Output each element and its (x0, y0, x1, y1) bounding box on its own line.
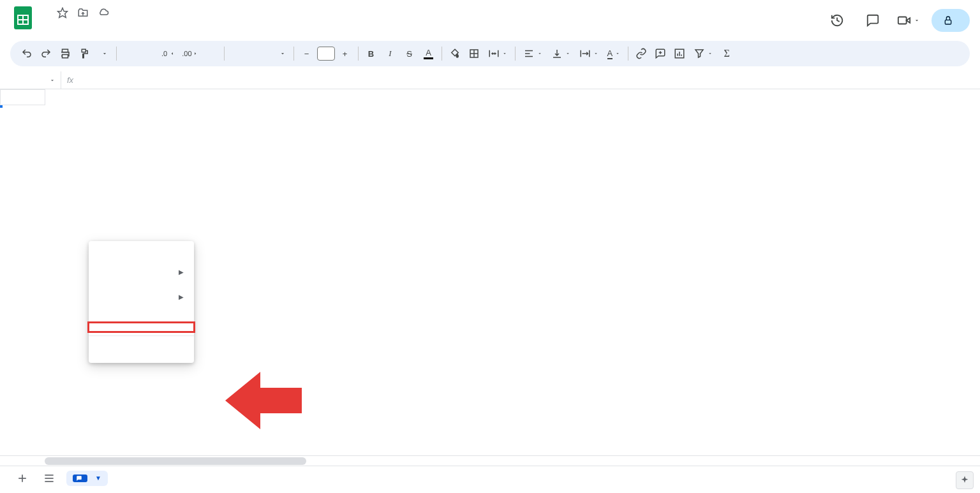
formula-bar: fx (0, 71, 980, 89)
menu-help[interactable] (133, 28, 143, 33)
svg-rect-5 (898, 17, 907, 24)
insert-chart-button[interactable] (671, 45, 688, 63)
filter-button[interactable] (690, 45, 716, 63)
decrease-decimal-button[interactable]: .0 (159, 45, 178, 63)
merge-cells-button[interactable] (484, 45, 511, 63)
star-icon[interactable] (56, 6, 69, 19)
insert-link-button[interactable] (632, 45, 650, 63)
chevron-down-icon (502, 51, 507, 56)
print-button[interactable] (56, 45, 74, 63)
fill-color-button[interactable] (446, 45, 464, 63)
menu-data[interactable] (98, 28, 108, 33)
toolbar: .0 .00 − + B I S A A Σ (10, 41, 970, 66)
menu-tools[interactable] (110, 28, 120, 33)
lock-icon (943, 15, 953, 26)
history-icon[interactable] (824, 8, 850, 33)
horizontal-scrollbar[interactable] (0, 455, 980, 466)
fx-icon: fx (61, 75, 79, 85)
comment-icon (76, 475, 82, 482)
menu-file[interactable] (41, 28, 51, 33)
zoom-dropdown[interactable] (94, 45, 112, 63)
ctx-delete[interactable] (89, 246, 194, 255)
chevron-down-icon (615, 51, 620, 56)
title-area (41, 5, 824, 40)
horizontal-align-button[interactable] (519, 45, 546, 63)
meet-button[interactable] (896, 8, 921, 33)
menu-format[interactable] (87, 28, 97, 33)
ctx-view-comments[interactable] (89, 323, 194, 332)
ctx-move-right[interactable] (89, 340, 194, 349)
app-header (0, 0, 980, 41)
paint-format-button[interactable] (75, 45, 93, 63)
chevron-down-icon (101, 50, 108, 57)
menu-edit[interactable] (52, 28, 63, 33)
bold-button[interactable]: B (362, 45, 380, 63)
move-icon[interactable] (77, 6, 89, 19)
name-box[interactable] (0, 71, 61, 89)
chevron-down-icon[interactable]: ▼ (95, 475, 101, 482)
header-right (824, 5, 970, 33)
functions-button[interactable]: Σ (718, 45, 736, 63)
sheet-tab-context-menu: ▶ ▶ (89, 241, 194, 363)
menu-extensions[interactable] (121, 28, 131, 33)
svg-rect-7 (945, 20, 951, 24)
decrease-font-size-button[interactable]: − (298, 45, 316, 63)
share-button[interactable] (932, 9, 970, 32)
svg-marker-4 (58, 8, 68, 18)
text-rotation-button[interactable]: A (604, 45, 625, 63)
chevron-down-icon (565, 51, 570, 56)
chevron-right-icon: ▶ (179, 293, 184, 300)
ctx-copy-to[interactable]: ▶ (89, 264, 194, 280)
format-currency-button[interactable] (121, 45, 138, 63)
vertical-align-button[interactable] (547, 45, 574, 63)
svg-rect-9 (63, 55, 68, 58)
ctx-protect-sheet[interactable] (89, 305, 194, 314)
redo-button[interactable] (37, 45, 55, 63)
ctx-rename[interactable] (89, 280, 194, 289)
sheet-tab-sheet1[interactable]: ▼ (66, 471, 108, 486)
sheet-tab-bar: ▼ (0, 466, 980, 490)
italic-button[interactable]: I (382, 45, 399, 63)
select-all-corner[interactable] (1, 90, 45, 105)
add-sheet-button[interactable] (13, 469, 32, 488)
horizontal-scrollbar-thumb[interactable] (45, 457, 306, 465)
font-size-input[interactable] (317, 47, 335, 61)
cloud-status-icon[interactable] (97, 6, 110, 19)
increase-font-size-button[interactable]: + (336, 45, 354, 63)
increase-decimal-button[interactable]: .00 (179, 45, 200, 63)
doc-title[interactable] (41, 11, 48, 14)
sheets-logo[interactable] (10, 5, 36, 31)
chevron-down-icon (914, 17, 920, 24)
chevron-down-icon (279, 50, 286, 57)
ctx-hide-sheet[interactable] (89, 314, 194, 323)
undo-button[interactable] (18, 45, 36, 63)
chevron-down-icon (49, 77, 56, 84)
chevron-down-icon (708, 51, 713, 56)
strikethrough-button[interactable]: S (401, 45, 419, 63)
chevron-down-icon (593, 51, 598, 56)
menu-insert[interactable] (75, 28, 85, 33)
font-family-dropdown[interactable] (228, 45, 290, 63)
text-wrap-button[interactable] (575, 45, 602, 63)
ctx-duplicate[interactable] (89, 255, 194, 264)
menu-view[interactable] (64, 28, 74, 33)
active-cell-border (0, 105, 3, 108)
text-color-button[interactable]: A (420, 45, 438, 63)
comments-icon[interactable] (860, 8, 886, 33)
menu-bar (41, 22, 824, 40)
more-formats-button[interactable] (202, 45, 220, 63)
ctx-move-left[interactable] (89, 349, 194, 358)
borders-button[interactable] (465, 45, 483, 63)
all-sheets-button[interactable] (40, 469, 59, 488)
chevron-right-icon: ▶ (179, 269, 184, 276)
format-percent-button[interactable] (140, 45, 158, 63)
insert-comment-button[interactable] (651, 45, 669, 63)
ctx-change-color[interactable]: ▶ (89, 289, 194, 305)
sheet-tab-comment-badge (73, 475, 87, 482)
explore-button[interactable] (956, 471, 974, 489)
chevron-down-icon (537, 51, 542, 56)
